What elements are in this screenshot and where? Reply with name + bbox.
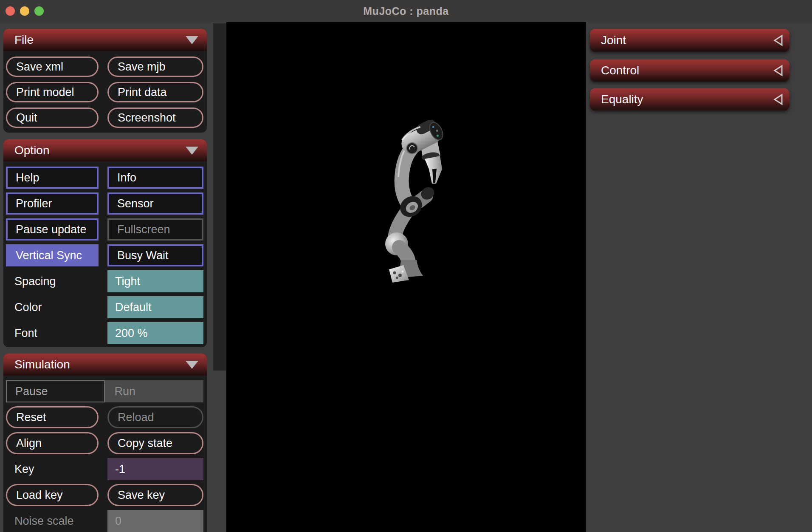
pause-option[interactable]: Pause bbox=[6, 380, 105, 402]
right-ui-sidebar: Joint Control Equality bbox=[586, 22, 812, 532]
load-key-button[interactable]: Load key bbox=[6, 484, 99, 506]
collapse-triangle-icon bbox=[186, 147, 198, 155]
font-label: Font bbox=[6, 322, 99, 344]
help-checkbox[interactable]: Help bbox=[6, 167, 99, 189]
color-label: Color bbox=[6, 296, 99, 318]
reload-button: Reload bbox=[107, 406, 203, 428]
simulation-panel-header[interactable]: Simulation bbox=[3, 354, 207, 376]
vertical-sync-checkbox[interactable]: Vertical Sync bbox=[6, 244, 99, 266]
pause-update-checkbox[interactable]: Pause update bbox=[6, 218, 99, 241]
control-panel-header[interactable]: Control bbox=[590, 59, 789, 82]
profiler-checkbox[interactable]: Profiler bbox=[6, 192, 99, 215]
file-panel-header[interactable]: File bbox=[3, 29, 207, 51]
save-xml-button[interactable]: Save xml bbox=[6, 57, 99, 77]
equality-panel-title: Equality bbox=[601, 93, 643, 106]
collapse-triangle-icon bbox=[186, 36, 198, 44]
joint-panel-title: Joint bbox=[601, 34, 626, 47]
quit-button[interactable]: Quit bbox=[6, 108, 99, 128]
font-select[interactable]: 200 % bbox=[107, 322, 203, 344]
screenshot-button[interactable]: Screenshot bbox=[107, 108, 203, 128]
color-select[interactable]: Default bbox=[107, 296, 203, 318]
ui-scrollbar-track[interactable] bbox=[213, 23, 226, 371]
control-panel-title: Control bbox=[601, 64, 639, 77]
spacing-select[interactable]: Tight bbox=[107, 270, 203, 292]
file-panel: File Save xml Save mjb Print model Print… bbox=[3, 29, 207, 133]
noise-scale-input: 0 bbox=[107, 510, 203, 532]
close-button[interactable] bbox=[6, 6, 15, 16]
spacing-label: Spacing bbox=[6, 270, 99, 292]
key-input[interactable]: -1 bbox=[107, 458, 203, 480]
print-model-button[interactable]: Print model bbox=[6, 82, 99, 102]
save-key-button[interactable]: Save key bbox=[107, 484, 203, 506]
copy-state-button[interactable]: Copy state bbox=[107, 432, 203, 454]
expand-triangle-icon bbox=[773, 34, 784, 47]
zoom-button[interactable] bbox=[34, 6, 44, 16]
reset-button[interactable]: Reset bbox=[6, 406, 99, 428]
key-label: Key bbox=[6, 458, 99, 480]
simulation-panel-title: Simulation bbox=[14, 358, 70, 371]
equality-panel-header[interactable]: Equality bbox=[590, 88, 789, 110]
expand-triangle-icon bbox=[773, 64, 784, 77]
info-checkbox[interactable]: Info bbox=[107, 167, 203, 189]
window-title: MuJoCo : panda bbox=[363, 5, 448, 17]
sensor-checkbox[interactable]: Sensor bbox=[107, 192, 203, 215]
left-ui-sidebar: File Save xml Save mjb Print model Print… bbox=[0, 22, 226, 532]
traffic-lights bbox=[6, 0, 44, 22]
joint-panel-header[interactable]: Joint bbox=[590, 29, 789, 52]
align-button[interactable]: Align bbox=[6, 432, 99, 454]
panda-robot-render bbox=[378, 120, 450, 290]
fullscreen-checkbox: Fullscreen bbox=[107, 218, 203, 241]
noise-scale-label: Noise scale bbox=[6, 510, 99, 532]
option-panel-title: Option bbox=[14, 144, 50, 157]
print-data-button[interactable]: Print data bbox=[107, 82, 203, 102]
option-panel: Option Help Info Profiler Sensor Pause u… bbox=[3, 139, 207, 347]
window-titlebar: MuJoCo : panda bbox=[0, 0, 812, 23]
busy-wait-checkbox[interactable]: Busy Wait bbox=[107, 244, 203, 266]
simulation-panel: Simulation Pause Run Reset Reload Align … bbox=[3, 354, 207, 532]
collapse-triangle-icon bbox=[186, 361, 198, 369]
save-mjb-button[interactable]: Save mjb bbox=[107, 57, 203, 77]
run-state-toggle: Pause Run bbox=[6, 380, 203, 402]
expand-triangle-icon bbox=[773, 93, 784, 106]
run-option[interactable]: Run bbox=[105, 380, 136, 402]
minimize-button[interactable] bbox=[20, 6, 29, 16]
file-panel-title: File bbox=[14, 33, 34, 47]
render-viewport[interactable] bbox=[226, 22, 586, 532]
option-panel-header[interactable]: Option bbox=[3, 139, 207, 161]
